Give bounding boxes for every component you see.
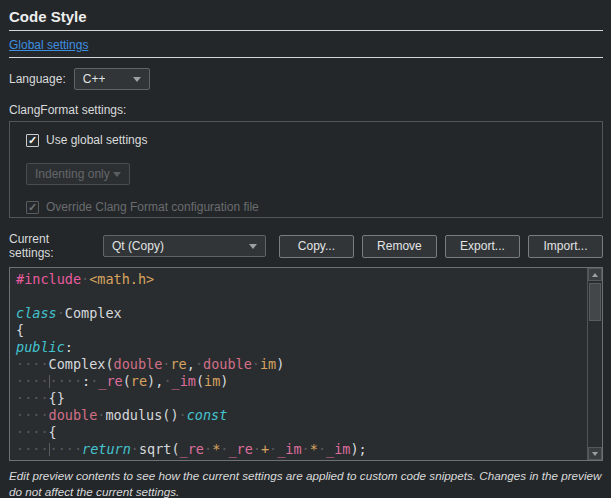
language-select-value: C++ — [83, 72, 106, 86]
code-line: ····{} — [16, 390, 587, 407]
triangle-down-icon — [592, 452, 598, 456]
scroll-thumb[interactable] — [589, 283, 601, 321]
use-global-settings-label: Use global settings — [46, 133, 147, 147]
triangle-up-icon — [592, 273, 598, 277]
code-line: ····Complex(double·re,·double·im) — [16, 356, 587, 373]
override-config-label: Override Clang Format configuration file — [46, 200, 259, 214]
export-button[interactable]: Export... — [445, 235, 520, 258]
page-title: Code Style — [9, 8, 603, 25]
override-config-checkbox[interactable]: ✓ Override Clang Format configuration fi… — [26, 199, 602, 215]
title-separator — [9, 30, 603, 31]
indenting-mode-value: Indenting only — [35, 167, 110, 181]
clangformat-settings-label: ClangFormat settings: — [9, 103, 603, 117]
code-content[interactable]: #include·<math.h>class·Complex{public:··… — [10, 268, 587, 460]
language-row: Language: C++ — [9, 68, 603, 90]
code-line: ····{ — [16, 424, 587, 441]
current-settings-select[interactable]: Qt (Copy) — [103, 235, 266, 257]
code-style-settings-page: Code Style Global settings Language: C++… — [0, 0, 611, 498]
indenting-mode-select[interactable]: Indenting only — [26, 163, 130, 185]
chevron-down-icon — [249, 244, 257, 249]
checkbox-checked-icon[interactable]: ✓ — [26, 201, 39, 214]
scroll-track[interactable] — [588, 281, 602, 447]
use-global-settings-checkbox[interactable]: ✓ Use global settings — [26, 132, 602, 148]
code-line: ········:·_re(re),·_im(im) — [16, 373, 587, 390]
chevron-down-icon — [113, 172, 121, 177]
checkmark-icon: ✓ — [28, 202, 37, 213]
code-line: ····double·modulus()·const — [16, 407, 587, 424]
link-separator — [9, 57, 603, 58]
scroll-up-button[interactable] — [588, 268, 602, 281]
current-settings-row: Current settings: Qt (Copy) Copy... Remo… — [9, 232, 603, 260]
code-line: public: — [16, 339, 587, 356]
code-preview-editor[interactable]: #include·<math.h>class·Complex{public:··… — [9, 267, 603, 461]
code-line: { — [16, 322, 587, 339]
global-settings-link[interactable]: Global settings — [9, 38, 88, 52]
code-line: #include·<math.h> — [16, 271, 587, 288]
footer-note: Edit preview contents to see how the cur… — [9, 468, 609, 498]
language-label: Language: — [9, 72, 66, 86]
chevron-down-icon — [133, 77, 141, 82]
remove-button[interactable]: Remove — [362, 235, 437, 258]
editor-vscrollbar[interactable] — [587, 268, 602, 460]
current-settings-label: Current settings: — [9, 232, 96, 260]
copy-button[interactable]: Copy... — [279, 235, 354, 258]
current-settings-value: Qt (Copy) — [112, 239, 164, 253]
import-button[interactable]: Import... — [528, 235, 603, 258]
clangformat-settings-group: ✓ Use global settings Indenting only ✓ O… — [9, 121, 603, 218]
scroll-down-button[interactable] — [588, 447, 602, 460]
language-select[interactable]: C++ — [74, 68, 150, 90]
code-line: ········return·sqrt(_re·*·_re·+·_im·*·_i… — [16, 441, 587, 458]
code-line: class·Complex — [16, 305, 587, 322]
code-line — [16, 288, 587, 305]
checkbox-checked-icon[interactable]: ✓ — [26, 134, 39, 147]
checkmark-icon: ✓ — [28, 135, 37, 146]
